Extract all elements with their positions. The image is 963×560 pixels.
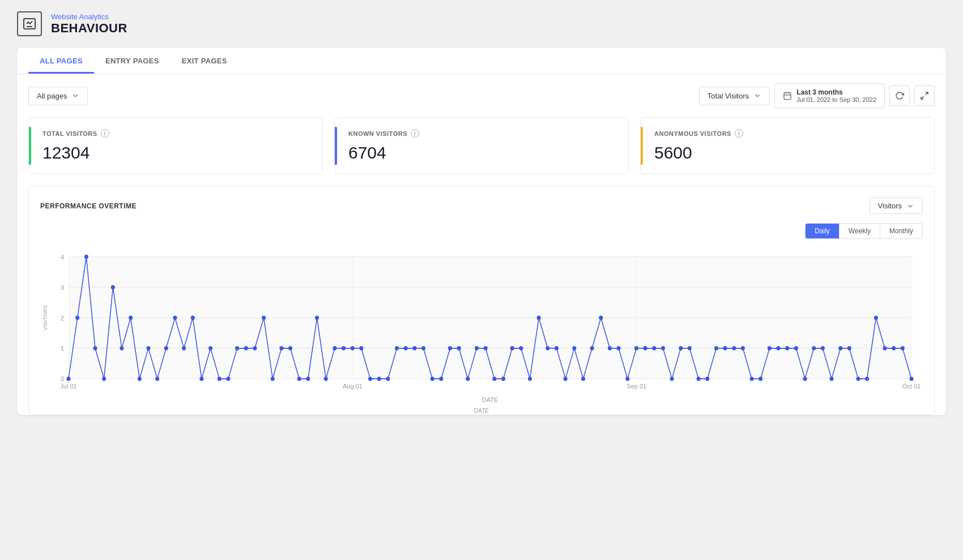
tab-all-pages[interactable]: ALL PAGES xyxy=(28,48,94,74)
known-visitors-info-icon[interactable]: i xyxy=(411,129,419,138)
chart-svg: 01234VISITORSJul 01Aug 01Sep 01Oct 01DAT… xyxy=(40,245,923,403)
svg-point-56 xyxy=(315,315,319,320)
refresh-icon xyxy=(895,91,904,100)
svg-point-104 xyxy=(741,346,745,350)
svg-point-96 xyxy=(670,377,674,381)
svg-point-92 xyxy=(634,346,638,350)
svg-point-69 xyxy=(431,377,434,381)
pages-filter-dropdown[interactable]: All pages xyxy=(28,87,88,105)
tab-entry-pages[interactable]: ENTRY PAGES xyxy=(94,48,171,74)
svg-point-116 xyxy=(847,346,851,350)
expand-button[interactable] xyxy=(914,86,935,106)
svg-point-61 xyxy=(359,346,363,350)
svg-point-34 xyxy=(120,346,123,350)
svg-point-77 xyxy=(501,377,505,381)
svg-point-110 xyxy=(794,346,798,350)
svg-point-99 xyxy=(697,377,701,381)
performance-metric-dropdown[interactable]: Visitors xyxy=(870,198,923,214)
svg-point-30 xyxy=(84,255,88,259)
svg-point-97 xyxy=(679,346,683,350)
controls-right: Total Visitors Last 3 months xyxy=(699,83,935,108)
expand-icon xyxy=(920,91,929,100)
stat-known-visitors-label: KNOWN VISITORS i xyxy=(348,129,615,138)
svg-point-111 xyxy=(803,377,807,381)
svg-point-123 xyxy=(910,377,914,381)
svg-point-68 xyxy=(421,346,425,350)
svg-point-32 xyxy=(102,377,106,381)
svg-text:VISITORS: VISITORS xyxy=(42,305,48,331)
svg-point-89 xyxy=(608,346,612,350)
svg-point-87 xyxy=(590,346,594,350)
stat-total-visitors-label: TOTAL VISITORS i xyxy=(42,129,309,138)
svg-point-119 xyxy=(874,315,878,320)
svg-text:4: 4 xyxy=(61,253,65,260)
performance-title: PERFORMANCE OVERTIME xyxy=(40,202,137,210)
refresh-button[interactable] xyxy=(889,86,910,106)
weekly-button[interactable]: Weekly xyxy=(840,224,880,238)
date-end: Sep 30, 2022 xyxy=(840,96,876,103)
svg-point-93 xyxy=(644,346,647,350)
svg-point-107 xyxy=(768,346,772,350)
svg-point-81 xyxy=(537,315,541,320)
date-range-content: Last 3 months Jul 01, 2022 to Sep 30, 20… xyxy=(796,88,876,103)
svg-point-65 xyxy=(395,346,399,350)
svg-point-109 xyxy=(785,346,789,350)
svg-point-83 xyxy=(555,346,559,350)
svg-point-82 xyxy=(546,346,549,350)
svg-point-102 xyxy=(723,346,727,350)
svg-point-85 xyxy=(572,346,576,350)
svg-point-31 xyxy=(93,346,97,350)
svg-point-47 xyxy=(235,346,239,350)
calendar-icon xyxy=(783,91,792,100)
page-header: Website Analytics BEHAVIOUR xyxy=(17,11,946,36)
svg-text:3: 3 xyxy=(61,284,64,290)
svg-point-40 xyxy=(173,315,177,320)
stat-anonymous-visitors-value: 5600 xyxy=(654,143,921,163)
stat-total-visitors-value: 12304 xyxy=(42,143,309,163)
performance-section: PERFORMANCE OVERTIME Visitors Daily Week… xyxy=(28,186,935,415)
anonymous-visitors-info-icon[interactable]: i xyxy=(735,129,743,138)
svg-rect-2 xyxy=(784,93,791,100)
svg-point-76 xyxy=(492,377,496,381)
svg-point-121 xyxy=(892,346,896,350)
performance-chart: 01234VISITORSJul 01Aug 01Sep 01Oct 01DAT… xyxy=(40,245,923,403)
daily-button[interactable]: Daily xyxy=(806,224,840,238)
tabs-row: ALL PAGES ENTRY PAGES EXIT PAGES xyxy=(17,48,946,74)
svg-point-114 xyxy=(830,377,834,381)
tab-exit-pages[interactable]: EXIT PAGES xyxy=(171,48,238,74)
svg-point-72 xyxy=(457,346,461,350)
svg-point-39 xyxy=(164,346,168,350)
svg-point-91 xyxy=(625,377,629,381)
svg-point-74 xyxy=(475,346,479,350)
time-toggle: Daily Weekly Monthly xyxy=(805,223,923,239)
monthly-button[interactable]: Monthly xyxy=(880,224,922,238)
date-start: Jul 01, 2022 xyxy=(796,96,830,103)
svg-point-88 xyxy=(599,315,603,320)
breadcrumb: Website Analytics xyxy=(51,12,127,21)
svg-point-43 xyxy=(199,377,203,381)
stats-row: TOTAL VISITORS i 12304 KNOWN VISITORS i … xyxy=(17,117,946,186)
svg-point-33 xyxy=(111,285,115,290)
svg-point-66 xyxy=(404,346,408,350)
svg-point-73 xyxy=(466,377,470,381)
svg-text:Sep 01: Sep 01 xyxy=(627,383,646,390)
total-visitors-info-icon[interactable]: i xyxy=(101,129,109,138)
svg-text:Oct 01: Oct 01 xyxy=(902,383,921,390)
x-axis-label: DATE xyxy=(40,408,923,414)
page-title: BEHAVIOUR xyxy=(51,21,127,36)
chevron-down-icon xyxy=(906,202,914,210)
svg-point-36 xyxy=(138,377,142,381)
chevron-down-icon xyxy=(71,92,79,100)
metric-dropdown[interactable]: Total Visitors xyxy=(699,87,770,105)
svg-point-106 xyxy=(759,377,762,381)
pages-filter-label: All pages xyxy=(37,92,67,100)
svg-point-120 xyxy=(883,346,887,350)
app-icon xyxy=(17,11,42,36)
svg-point-57 xyxy=(324,377,328,381)
date-range-picker[interactable]: Last 3 months Jul 01, 2022 to Sep 30, 20… xyxy=(774,83,885,108)
svg-point-94 xyxy=(652,346,656,350)
svg-point-105 xyxy=(750,377,754,381)
svg-text:2: 2 xyxy=(61,314,64,321)
performance-metric-label: Visitors xyxy=(878,202,902,210)
performance-header: PERFORMANCE OVERTIME Visitors xyxy=(40,198,923,214)
